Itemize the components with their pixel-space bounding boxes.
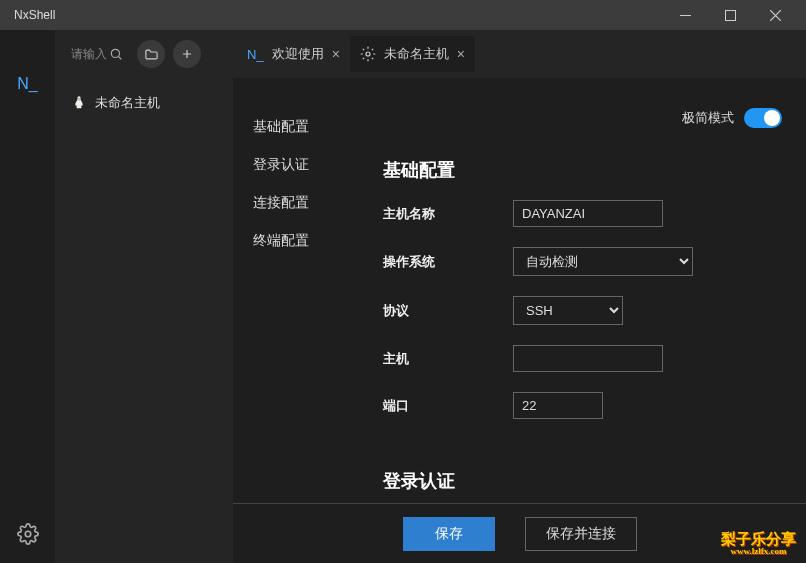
sidebar: 请输入 未命名主机 [55,30,233,563]
row-os: 操作系统 自动检测 [383,247,782,276]
section-title-basic: 基础配置 [383,158,782,182]
tab-welcome[interactable]: N_ 欢迎使用 × [237,36,350,72]
row-port: 端口 [383,392,782,419]
host-tree: 未命名主机 [55,78,233,128]
config-nav-terminal[interactable]: 终端配置 [253,222,373,260]
row-hostname: 主机名称 [383,200,782,227]
search-placeholder: 请输入 [71,46,107,63]
svg-point-4 [77,98,78,99]
tab-bar: N_ 欢迎使用 × 未命名主机 × [233,30,806,78]
section-title-auth: 登录认证 [383,469,782,493]
minimize-button[interactable] [663,0,708,30]
config-nav-basic[interactable]: 基础配置 [253,108,373,146]
host-tree-item[interactable]: 未命名主机 [67,88,221,118]
simple-mode-toggle[interactable] [744,108,782,128]
gear-icon [360,46,376,62]
svg-point-3 [111,49,119,57]
titlebar: NxShell [0,0,806,30]
hostname-label: 主机名称 [383,205,513,223]
host-input[interactable] [513,345,663,372]
svg-point-6 [366,52,370,56]
row-host: 主机 [383,345,782,372]
sidebar-tools: 请输入 [55,30,233,78]
close-icon[interactable]: × [457,46,465,62]
search-icon [109,47,123,61]
maximize-button[interactable] [708,0,753,30]
port-label: 端口 [383,397,513,415]
simple-mode-label: 极简模式 [682,109,734,127]
host-label: 未命名主机 [95,94,160,112]
save-button[interactable]: 保存 [403,517,495,551]
folder-icon [144,47,159,62]
tab-host[interactable]: 未命名主机 × [350,36,475,72]
app-title: NxShell [14,8,55,22]
close-icon[interactable]: × [332,46,340,62]
svg-point-2 [25,531,31,537]
protocol-label: 协议 [383,302,513,320]
watermark: 梨子乐分享 www.lzlfx.com [721,531,796,557]
port-input[interactable] [513,392,603,419]
plus-icon [180,47,194,61]
n-icon: N_ [247,47,264,62]
config-nav: 基础配置 登录认证 连接配置 终端配置 [233,78,373,563]
nav-rail: N_ [0,30,55,563]
os-label: 操作系统 [383,253,513,271]
config-nav-auth[interactable]: 登录认证 [253,146,373,184]
linux-icon [71,95,87,111]
search-input-wrap[interactable]: 请输入 [65,42,129,67]
close-button[interactable] [753,0,798,30]
protocol-select[interactable]: SSH [513,296,623,325]
form-area: 极简模式 基础配置 主机名称 操作系统 自动检测 协议 [373,78,806,563]
tab-label: 未命名主机 [384,45,449,63]
svg-point-5 [79,98,80,99]
hostname-input[interactable] [513,200,663,227]
save-connect-button[interactable]: 保存并连接 [525,517,637,551]
settings-icon[interactable] [17,523,39,545]
window-controls [663,0,798,30]
folder-button[interactable] [137,40,165,68]
content-area: N_ 欢迎使用 × 未命名主机 × 基础配置 登录认证 连接配置 终端配置 极简… [233,30,806,563]
svg-rect-1 [726,10,736,20]
add-button[interactable] [173,40,201,68]
simple-mode-row: 极简模式 [682,108,782,128]
os-select[interactable]: 自动检测 [513,247,693,276]
app-logo[interactable]: N_ [17,75,37,93]
tab-label: 欢迎使用 [272,45,324,63]
host-label: 主机 [383,350,513,368]
row-protocol: 协议 SSH [383,296,782,325]
svg-rect-0 [680,15,691,16]
config-nav-connection[interactable]: 连接配置 [253,184,373,222]
